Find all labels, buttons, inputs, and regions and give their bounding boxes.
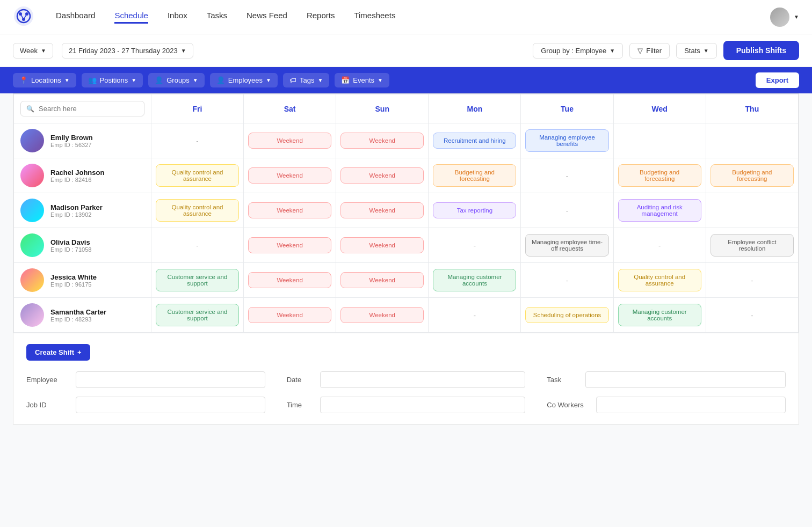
shift-cell[interactable]: Weekend	[244, 263, 336, 298]
create-shift-label: Create Shift	[35, 348, 74, 356]
shift-badge[interactable]: Weekend	[248, 202, 331, 218]
shift-badge[interactable]: Quality control and assurance	[156, 199, 239, 222]
shift-badge[interactable]: Weekend	[340, 272, 424, 288]
user-menu-chevron[interactable]: ▼	[794, 14, 799, 20]
shift-cell[interactable]: Weekend	[336, 263, 429, 298]
shift-badge[interactable]: Auditing and risk management	[618, 199, 701, 222]
jobid-field: Job ID	[26, 397, 265, 413]
shift-cell[interactable]: Weekend	[336, 193, 429, 228]
shift-badge[interactable]: Weekend	[248, 272, 331, 288]
date-field: Date	[287, 371, 526, 388]
shift-cell[interactable]: Quality control and assurance	[151, 158, 243, 193]
shift-cell[interactable]: Managing customer accounts	[613, 298, 706, 333]
shift-cell[interactable]: Weekend	[336, 298, 429, 333]
shift-cell[interactable]: Budgeting and forecasting	[613, 158, 706, 193]
shift-badge[interactable]: Weekend	[340, 202, 424, 218]
stats-button[interactable]: Stats ▼	[676, 43, 717, 58]
groups-icon: 👤	[155, 76, 163, 84]
shift-badge[interactable]: Customer service and support	[156, 304, 239, 326]
shift-badge[interactable]: Managing customer accounts	[433, 269, 516, 291]
shift-cell[interactable]: Quality control and assurance	[613, 263, 706, 298]
shift-cell[interactable]: Customer service and support	[151, 298, 243, 333]
date-input[interactable]	[320, 371, 526, 388]
group-by-button[interactable]: Group by : Employee ▼	[533, 43, 623, 58]
employees-chip[interactable]: 👤 Employees ▼	[210, 73, 278, 87]
positions-icon: 👥	[88, 76, 97, 84]
dash: -	[196, 137, 198, 145]
nav-newsfeed[interactable]: News Feed	[247, 11, 287, 24]
nav-inbox[interactable]: Inbox	[168, 11, 187, 24]
filter-button[interactable]: ▽ Filter	[629, 43, 670, 58]
nav-tasks[interactable]: Tasks	[207, 11, 227, 24]
shift-cell[interactable]: Tax reporting	[429, 193, 521, 228]
date-range-selector[interactable]: 21 Friday 2023 - 27 Thursday 2023 ▼	[62, 43, 193, 58]
nav-reports[interactable]: Reports	[307, 11, 335, 24]
export-button[interactable]: Export	[756, 72, 799, 88]
shift-badge[interactable]: Employee conflict resolution	[711, 234, 794, 257]
shift-badge[interactable]: Weekend	[248, 307, 331, 323]
schedule-container: 🔍 Fri Sat Sun Mon Tue Wed Thu	[13, 93, 799, 333]
shift-badge[interactable]: Managing employee benefits	[525, 129, 608, 152]
shift-cell[interactable]: Auditing and risk management	[613, 193, 706, 228]
shift-cell[interactable]: Recruitment and hiring	[429, 123, 521, 158]
shift-badge[interactable]: Weekend	[340, 133, 424, 149]
thu-header: Thu	[706, 94, 798, 123]
shift-badge[interactable]: Quality control and assurance	[618, 269, 701, 291]
shift-cell[interactable]: Employee conflict resolution	[706, 228, 798, 263]
positions-chip[interactable]: 👥 Positions ▼	[82, 73, 143, 87]
shift-badge[interactable]: Recruitment and hiring	[433, 133, 516, 149]
shift-badge[interactable]: Tax reporting	[433, 202, 516, 218]
task-input[interactable]	[585, 371, 786, 388]
shift-badge[interactable]: Budgeting and forecasting	[433, 164, 516, 187]
shift-badge[interactable]: Weekend	[340, 167, 424, 184]
search-input[interactable]	[39, 105, 139, 113]
shift-cell[interactable]: Weekend	[244, 158, 336, 193]
shift-badge[interactable]: Quality control and assurance	[156, 164, 239, 187]
nav-dashboard[interactable]: Dashboard	[56, 11, 95, 24]
employee-input[interactable]	[76, 371, 265, 388]
shift-badge[interactable]: Budgeting and forecasting	[618, 164, 701, 187]
nav-timesheets[interactable]: Timesheets	[354, 11, 395, 24]
time-input[interactable]	[320, 397, 526, 413]
create-shift-button[interactable]: Create Shift +	[26, 344, 90, 361]
shift-cell[interactable]: Weekend	[336, 228, 429, 263]
shift-cell[interactable]: Budgeting and forecasting	[706, 158, 798, 193]
tags-chip[interactable]: 🏷 Tags ▼	[283, 73, 329, 87]
nav-schedule[interactable]: Schedule	[114, 11, 148, 24]
coworkers-input[interactable]	[596, 397, 786, 413]
shift-cell[interactable]: Weekend	[244, 228, 336, 263]
shift-cell[interactable]: Weekend	[244, 123, 336, 158]
publish-shifts-button[interactable]: Publish Shifts	[723, 41, 799, 60]
shift-badge[interactable]: Weekend	[248, 237, 331, 253]
groups-chip[interactable]: 👤 Groups ▼	[148, 73, 205, 87]
jobid-input[interactable]	[76, 397, 265, 413]
sun-header: Sun	[336, 94, 429, 123]
shift-badge[interactable]: Weekend	[248, 133, 331, 149]
user-avatar[interactable]	[770, 8, 789, 27]
shift-badge[interactable]: Managing employee time-off requests	[525, 234, 608, 257]
shift-badge[interactable]: Weekend	[248, 167, 331, 184]
shift-cell[interactable]: Customer service and support	[151, 263, 243, 298]
shift-cell[interactable]: Managing employee benefits	[521, 123, 613, 158]
locations-chip[interactable]: 📍 Locations ▼	[13, 73, 76, 87]
shift-badge[interactable]: Managing customer accounts	[618, 304, 701, 326]
week-selector[interactable]: Week ▼	[13, 43, 53, 58]
shift-cell[interactable]: Scheduling of operations	[521, 298, 613, 333]
avatar	[20, 164, 44, 187]
shift-cell[interactable]: Weekend	[244, 193, 336, 228]
shift-cell[interactable]: Managing customer accounts	[429, 263, 521, 298]
shift-badge[interactable]: Weekend	[340, 307, 424, 323]
shift-cell[interactable]: Managing employee time-off requests	[521, 228, 613, 263]
shift-cell[interactable]: Weekend	[336, 158, 429, 193]
shift-cell[interactable]: Weekend	[336, 123, 429, 158]
shift-cell[interactable]: Quality control and assurance	[151, 193, 243, 228]
create-shift-section: Create Shift + Employee Date Task Job ID…	[13, 333, 799, 424]
shift-badge[interactable]: Weekend	[340, 237, 424, 253]
shift-badge[interactable]: Scheduling of operations	[525, 307, 608, 323]
shift-badge[interactable]: Budgeting and forecasting	[711, 164, 794, 187]
shift-badge[interactable]: Customer service and support	[156, 269, 239, 291]
avatar	[20, 199, 44, 222]
events-chip[interactable]: 📅 Events ▼	[335, 73, 389, 87]
shift-cell[interactable]: Weekend	[244, 298, 336, 333]
shift-cell[interactable]: Budgeting and forecasting	[429, 158, 521, 193]
